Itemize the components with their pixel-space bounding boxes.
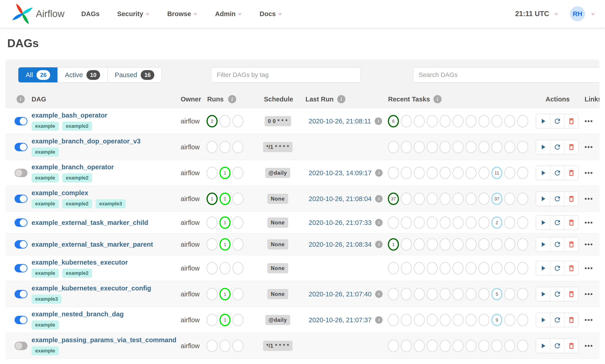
run-status-circle[interactable] — [206, 216, 218, 229]
task-status-circle[interactable] — [401, 339, 412, 352]
task-status-circle[interactable]: 11 — [491, 167, 502, 179]
task-status-circle[interactable] — [439, 167, 451, 179]
dag-tag[interactable]: example — [32, 147, 59, 156]
run-status-circle[interactable] — [219, 339, 231, 352]
refresh-dag-button[interactable] — [550, 313, 564, 327]
dag-tag[interactable]: example2 — [62, 199, 92, 208]
trigger-dag-button[interactable] — [536, 114, 550, 128]
task-status-circle[interactable] — [478, 262, 489, 274]
dag-pause-toggle[interactable] — [14, 290, 27, 298]
column-header-runs[interactable]: Runs — [207, 96, 224, 103]
trigger-dag-button[interactable] — [536, 287, 550, 301]
delete-dag-button[interactable] — [564, 261, 578, 275]
refresh-dag-button[interactable] — [550, 339, 564, 353]
schedule-badge[interactable]: @daily — [265, 168, 290, 178]
refresh-dag-button[interactable] — [550, 140, 564, 154]
dag-name-link[interactable]: example_kubernetes_executor_config — [32, 285, 151, 292]
refresh-dag-button[interactable] — [550, 192, 564, 206]
task-status-circle[interactable] — [452, 262, 464, 274]
dag-pause-toggle[interactable] — [14, 218, 27, 227]
schedule-badge[interactable]: */1 * * * * — [263, 341, 293, 351]
task-status-circle[interactable]: 2 — [491, 216, 502, 229]
task-status-circle[interactable] — [478, 238, 489, 250]
run-status-circle[interactable] — [232, 115, 244, 127]
tag-filter-input[interactable] — [211, 67, 361, 83]
task-status-circle[interactable] — [517, 314, 528, 326]
task-status-circle[interactable] — [478, 314, 489, 326]
task-status-circle[interactable] — [439, 238, 451, 250]
task-status-circle[interactable] — [465, 216, 476, 229]
chevron-down-icon[interactable] — [554, 13, 558, 16]
task-status-circle[interactable] — [414, 238, 425, 250]
task-status-circle[interactable] — [414, 216, 425, 229]
task-status-circle[interactable] — [491, 141, 502, 153]
dag-tag[interactable]: example — [32, 199, 59, 208]
run-status-circle[interactable]: 1 — [219, 167, 231, 179]
dag-links-menu[interactable]: ••• — [585, 241, 593, 248]
task-status-circle[interactable] — [504, 339, 515, 352]
filter-tab-paused[interactable]: Paused 16 — [107, 67, 162, 82]
run-status-circle[interactable] — [232, 193, 244, 205]
task-status-circle[interactable] — [504, 262, 515, 274]
last-run-link[interactable]: 2020-10-26, 21:08:11 — [309, 117, 371, 125]
run-status-circle[interactable]: 1 — [219, 193, 231, 205]
task-status-circle[interactable] — [517, 141, 528, 153]
task-status-circle[interactable] — [517, 167, 528, 179]
task-status-circle[interactable] — [465, 193, 476, 205]
task-status-circle[interactable] — [439, 216, 451, 229]
dag-links-menu[interactable]: ••• — [585, 195, 593, 202]
task-status-circle[interactable] — [427, 288, 438, 300]
refresh-dag-button[interactable] — [550, 216, 564, 230]
nav-item-admin[interactable]: Admin — [215, 10, 242, 18]
refresh-dag-button[interactable] — [550, 237, 564, 251]
task-status-circle[interactable] — [452, 193, 464, 205]
dag-name-link[interactable]: example_branch_dop_operator_v3 — [32, 138, 141, 145]
dag-pause-toggle[interactable] — [14, 341, 27, 350]
task-status-circle[interactable] — [427, 167, 438, 179]
task-status-circle[interactable] — [452, 115, 464, 127]
task-status-circle[interactable] — [452, 238, 464, 250]
last-run-link[interactable]: 2020-10-26, 21:08:34 — [309, 241, 372, 248]
column-header-owner[interactable]: Owner — [181, 96, 201, 103]
dag-links-menu[interactable]: ••• — [585, 342, 593, 350]
task-status-circle[interactable] — [465, 262, 476, 274]
dag-tag[interactable]: example2 — [62, 173, 92, 182]
dag-links-menu[interactable]: ••• — [585, 143, 593, 151]
dag-tag[interactable]: example — [32, 320, 59, 329]
task-status-circle[interactable] — [388, 167, 399, 179]
task-status-circle[interactable] — [427, 193, 438, 205]
delete-dag-button[interactable] — [564, 192, 578, 206]
trigger-dag-button[interactable] — [536, 339, 550, 353]
run-status-circle[interactable]: 1 — [219, 288, 231, 300]
task-status-circle[interactable] — [388, 314, 399, 326]
task-status-circle[interactable] — [517, 339, 528, 352]
task-status-circle[interactable] — [414, 193, 425, 205]
run-status-circle[interactable]: 1 — [219, 314, 231, 326]
task-status-circle[interactable] — [465, 167, 476, 179]
task-status-circle[interactable] — [439, 314, 451, 326]
task-status-circle[interactable] — [465, 115, 476, 127]
task-status-circle[interactable] — [504, 141, 515, 153]
trigger-dag-button[interactable] — [536, 166, 550, 180]
task-status-circle[interactable] — [465, 339, 476, 352]
dag-name-link[interactable]: example_external_task_marker_child — [32, 219, 148, 226]
schedule-badge[interactable]: @daily — [265, 315, 290, 325]
column-header-schedule[interactable]: Schedule — [264, 96, 293, 103]
task-status-circle[interactable] — [414, 141, 425, 153]
task-status-circle[interactable] — [439, 115, 451, 127]
task-status-circle[interactable] — [388, 339, 399, 352]
delete-dag-button[interactable] — [564, 166, 578, 180]
task-status-circle[interactable] — [465, 141, 476, 153]
trigger-dag-button[interactable] — [536, 140, 550, 154]
run-status-circle[interactable] — [232, 141, 244, 153]
task-status-circle[interactable] — [401, 193, 412, 205]
run-status-circle[interactable] — [232, 339, 244, 352]
dag-links-menu[interactable]: ••• — [585, 290, 593, 298]
run-status-circle[interactable] — [232, 167, 244, 179]
task-status-circle[interactable] — [504, 167, 515, 179]
dag-links-menu[interactable]: ••• — [585, 169, 593, 177]
delete-dag-button[interactable] — [564, 216, 578, 230]
task-status-circle[interactable] — [504, 238, 515, 250]
trigger-dag-button[interactable] — [536, 261, 550, 275]
task-status-circle[interactable] — [401, 288, 412, 300]
